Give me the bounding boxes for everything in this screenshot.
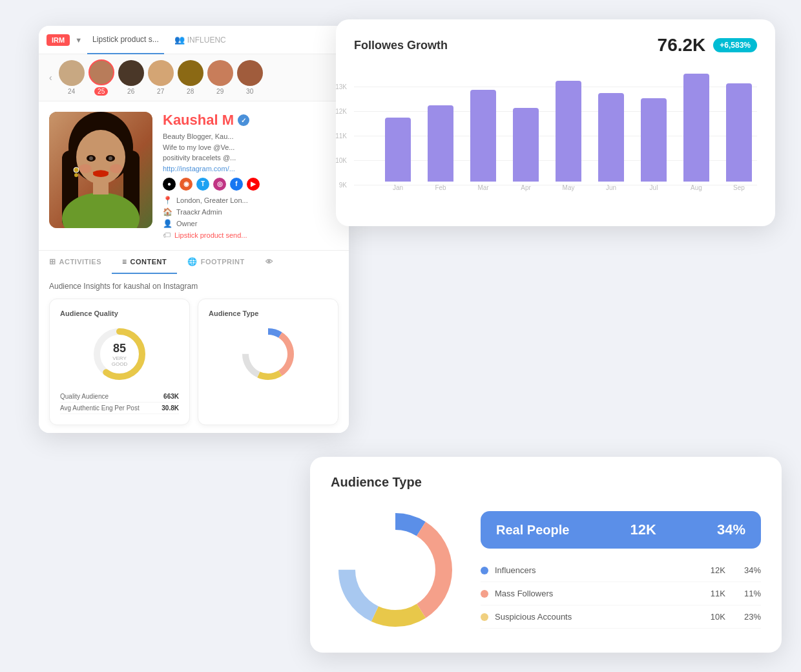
real-people-label: Real People [496,523,569,538]
bio-line2: Wife to my love @Ve... [163,143,234,151]
legend-mass-value: 11K [711,589,725,598]
prev-arrow[interactable]: ‹ [47,70,55,85]
activities-icon: ⊞ [49,257,56,266]
avatar-img-27[interactable] [148,60,174,86]
tab-eye[interactable]: 👁 [255,251,284,274]
real-people-badge: Real People 12K 34% [481,511,761,549]
irm-card: IRM ▼ Lipstick product s... 👥 INFLUENC ‹… [39,26,349,433]
dot-influencers [481,567,488,574]
avatar-num-25: 25 [94,87,108,96]
svg-point-10 [89,156,93,160]
bar-feb-label: Feb [435,184,446,191]
audience-card-title: Audience Type [331,475,761,490]
big-donut-svg [331,505,460,635]
bar-sep-bar [726,83,752,182]
legend-mass-followers: Mass Followers 11K 11% [481,582,761,605]
avatar-item[interactable]: 24 [59,60,85,95]
svg-point-13 [74,173,78,177]
location-text: London, Greater Lon... [176,196,248,204]
bar-jun-label: Jun [606,184,616,191]
avatar-img-24[interactable] [59,60,85,86]
quality-donut: 85 VERY GOOD [90,325,149,383]
tab-influencer[interactable]: 👥 INFLUENC [169,26,231,54]
avatar-item-active[interactable]: 25 [88,59,114,96]
bar-jun: Jun [593,68,629,191]
social-icon-instagram[interactable]: ◎ [213,178,226,191]
role-text: Owner [176,220,197,227]
bars-area: Jan Feb Mar Apr May [354,68,757,211]
avatar-img-29[interactable] [207,60,233,86]
bar-may-bar [556,81,581,182]
avatar-item[interactable]: 28 [178,60,203,95]
growth-title: Followes Growth [354,39,448,52]
avatar-item[interactable]: 30 [237,60,263,95]
admin-text: Traackr Admin [176,208,222,216]
growth-badge: +6,583% [713,38,757,52]
role-icon: 👤 [163,219,172,228]
big-donut [331,505,460,635]
tab-activities-label: ACTIVITIES [59,258,102,266]
avatar-num-27: 27 [157,88,164,95]
avatar-num-26: 26 [127,88,134,95]
profile-photo [49,112,152,228]
avatar-img-26[interactable] [118,60,144,86]
tab-footprint[interactable]: 🌐 FOOTPRINT [177,251,255,274]
legend-influencers-value: 12K [711,565,725,575]
avatar-item[interactable]: 29 [207,60,233,95]
tab-lipstick[interactable]: Lipstick product s... [87,26,164,54]
stat-label-quality: Quality Audience [60,393,109,400]
profile-link[interactable]: http://instagram.com/... [163,165,338,173]
bar-chart: 13K 12K 11K 10K 9K Jan Fe [354,68,757,211]
tag-icon: 🏷 [163,231,171,240]
grid-label-13k: 13K [329,83,352,90]
avatar-img-25[interactable] [88,59,114,85]
grid-label-10k: 10K [329,157,352,164]
svg-point-26 [358,532,433,607]
people-icon: 👥 [174,35,185,45]
bar-jul: Jul [636,68,672,191]
quality-card: Audience Quality 85 VERY GOOD [49,299,190,425]
social-icon-facebook[interactable]: f [230,178,243,191]
legend-mass-label: Mass Followers [495,589,711,598]
bar-feb-bar [428,105,453,182]
tab-activities[interactable]: ⊞ ACTIVITIES [39,251,112,274]
quality-sublabel: VERY GOOD [105,355,134,366]
audience-type-card: Audience Type Real People 12K [310,457,782,653]
profile-info: Kaushal M ✓ Beauty Blogger, Kau... Wife … [163,112,338,240]
profile-section: Kaushal M ✓ Beauty Blogger, Kau... Wife … [39,101,349,245]
quality-score: 85 [105,341,134,355]
avatar-img-30[interactable] [237,60,263,86]
legend-mass-pct: 11% [738,589,761,598]
social-icon-rss[interactable]: ◉ [180,178,192,191]
stat-val-quality: 663K [163,393,179,400]
audience-type-donut-wrapper [209,325,328,383]
stat-label-eng: Avg Authentic Eng Per Post [60,404,140,412]
avatar-num-28: 28 [187,88,194,95]
profile-name: Kaushal M ✓ [163,112,338,129]
avatar-num-29: 29 [216,88,224,95]
stat-row-eng: Avg Authentic Eng Per Post 30.8K [60,403,179,414]
avatar-img-28[interactable] [178,60,203,86]
avatar-num-24: 24 [68,88,75,95]
social-icons: ● ◉ T ◎ f ▶ [163,178,338,191]
social-icon-podcast[interactable]: ● [163,178,176,191]
svg-point-12 [74,167,79,173]
avatar-item[interactable]: 27 [148,60,174,95]
avatar-item[interactable]: 26 [118,60,144,95]
tab-content-label: CONTENT [130,258,167,266]
social-icon-twitter[interactable]: T [196,178,209,191]
dot-mass-followers [481,590,488,598]
legend-suspicious-pct: 23% [738,612,761,622]
footprint-icon: 🌐 [187,257,198,266]
irm-badge: IRM [47,34,70,46]
eye-icon: 👁 [265,258,273,266]
bar-sep-label: Sep [733,184,745,191]
legend-suspicious-value: 10K [711,612,725,622]
svg-point-11 [109,156,112,160]
legend-suspicious-label: Suspicious Accounts [495,612,711,622]
bar-feb: Feb [422,68,459,191]
quality-donut-wrapper: 85 VERY GOOD [60,325,179,383]
tab-content[interactable]: ≡ CONTENT [112,251,177,274]
social-icon-youtube[interactable]: ▶ [247,178,260,191]
bio-line3: positivity bracelets @... [163,154,236,162]
